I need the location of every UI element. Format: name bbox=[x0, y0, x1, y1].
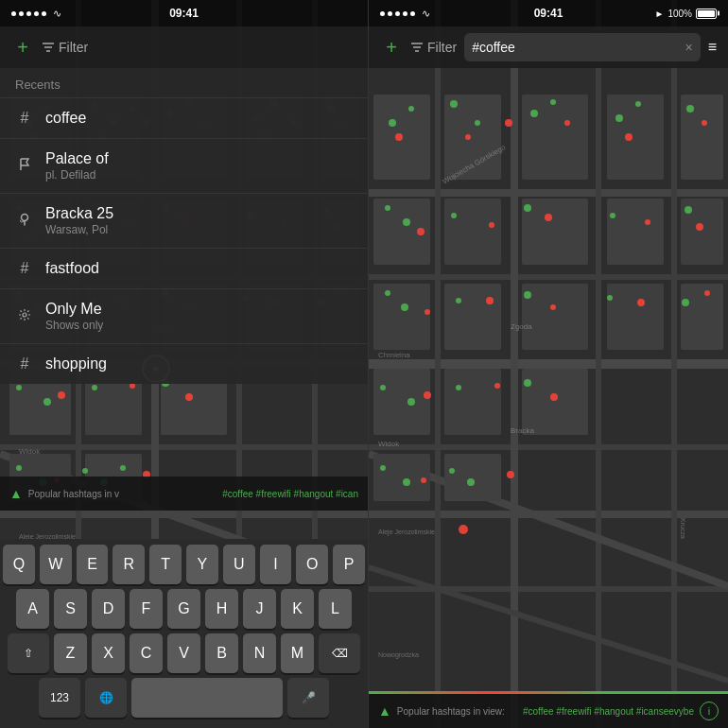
svg-rect-124 bbox=[373, 454, 430, 501]
key-F[interactable]: F bbox=[130, 589, 163, 629]
key-X[interactable]: X bbox=[92, 633, 125, 673]
hashtag-tags-right[interactable]: #coffee #freewifi #hangout #icanseevybe bbox=[523, 706, 694, 717]
wifi-icon-right: ∿ bbox=[422, 8, 430, 20]
recents-title: Recents bbox=[0, 68, 368, 97]
info-button-right[interactable]: i bbox=[700, 702, 719, 720]
key-C[interactable]: C bbox=[130, 633, 163, 673]
battery-percentage: 100% bbox=[667, 9, 692, 19]
svg-point-66 bbox=[16, 465, 22, 471]
key-Y[interactable]: Y bbox=[186, 545, 218, 584]
key-G[interactable]: G bbox=[167, 589, 200, 629]
hashtag-text-left: Popular hashtags in v bbox=[28, 489, 217, 499]
key-H[interactable]: H bbox=[205, 589, 238, 629]
key-M[interactable]: M bbox=[281, 633, 314, 673]
key-globe[interactable]: 🌐 bbox=[85, 678, 127, 718]
svg-rect-116 bbox=[444, 199, 501, 265]
svg-point-157 bbox=[456, 298, 461, 303]
dropdown-item-fastfood[interactable]: # fastfood bbox=[0, 248, 368, 288]
key-E[interactable]: E bbox=[77, 545, 109, 584]
signal-dot-1 bbox=[11, 11, 16, 16]
key-R[interactable]: R bbox=[113, 545, 145, 584]
nav-arrow-right[interactable]: ▲ bbox=[378, 703, 391, 719]
item-subtitle-onlyme: Shows only bbox=[45, 319, 353, 332]
key-K[interactable]: K bbox=[281, 589, 314, 629]
key-space[interactable] bbox=[131, 678, 283, 718]
search-text-right: #coffee bbox=[472, 40, 515, 55]
svg-text:Widok: Widok bbox=[19, 447, 41, 456]
svg-point-62 bbox=[16, 385, 22, 390]
hashtag-bar-left: ▲ Popular hashtags in v #coffee #freewif… bbox=[0, 477, 368, 511]
key-T[interactable]: T bbox=[149, 545, 182, 584]
add-button-left[interactable]: + bbox=[11, 37, 34, 59]
key-V[interactable]: V bbox=[167, 633, 200, 673]
key-shift[interactable]: ⇧ bbox=[8, 633, 49, 673]
svg-point-144 bbox=[530, 110, 538, 117]
key-I[interactable]: I bbox=[260, 545, 292, 584]
key-123[interactable]: 123 bbox=[39, 678, 80, 718]
hashtag-prefix-right: Popular hashtags in view: bbox=[397, 706, 517, 717]
svg-rect-107 bbox=[511, 0, 518, 728]
add-button-right[interactable]: + bbox=[380, 37, 403, 59]
svg-rect-130 bbox=[607, 284, 664, 350]
svg-point-189 bbox=[507, 471, 514, 478]
hashtag-tags-left[interactable]: #coffee #freewifi #hangout #ican bbox=[222, 489, 358, 499]
search-clear-right[interactable]: × bbox=[685, 40, 692, 55]
hashtag-bar-right: ▲ Popular hashtags in view: #coffee #fre… bbox=[369, 694, 728, 728]
key-N[interactable]: N bbox=[243, 633, 276, 673]
svg-point-175 bbox=[417, 228, 425, 235]
svg-rect-108 bbox=[596, 0, 601, 728]
svg-point-143 bbox=[475, 120, 480, 126]
svg-rect-123 bbox=[522, 369, 588, 435]
item-content-bracka: Bracka 25 Warsaw, Pol bbox=[45, 205, 353, 236]
pin-icon-bracka bbox=[15, 213, 34, 229]
filter-button-right[interactable]: Filter bbox=[410, 40, 457, 55]
dropdown-item-shopping[interactable]: # shopping bbox=[0, 343, 368, 384]
key-Q[interactable]: Q bbox=[3, 545, 35, 584]
svg-point-160 bbox=[682, 299, 689, 306]
dropdown-item-bracka[interactable]: Bracka 25 Warsaw, Pol bbox=[0, 193, 368, 248]
item-content-shopping: shopping bbox=[45, 355, 353, 373]
key-U[interactable]: U bbox=[223, 545, 255, 584]
svg-point-152 bbox=[524, 204, 531, 212]
signal-area-left: ∿ bbox=[11, 8, 61, 20]
svg-text:Nowogrodzka: Nowogrodzka bbox=[378, 651, 419, 659]
svg-point-154 bbox=[685, 206, 692, 214]
key-W[interactable]: W bbox=[40, 545, 72, 584]
svg-point-179 bbox=[696, 223, 703, 231]
item-title-coffee: coffee bbox=[45, 110, 353, 127]
key-J[interactable]: J bbox=[243, 589, 276, 629]
svg-point-169 bbox=[395, 133, 403, 141]
key-P[interactable]: P bbox=[333, 545, 365, 584]
hash-icon-fastfood: # bbox=[15, 260, 34, 277]
svg-point-176 bbox=[489, 222, 494, 228]
svg-point-150 bbox=[403, 218, 410, 226]
svg-point-183 bbox=[637, 299, 645, 306]
filter-button-left[interactable]: Filter bbox=[42, 40, 88, 55]
nav-arrow-left[interactable]: ▲ bbox=[9, 486, 23, 501]
svg-rect-131 bbox=[681, 284, 723, 350]
signal-dot-r3 bbox=[395, 11, 400, 16]
key-A[interactable]: A bbox=[16, 589, 49, 629]
top-bar-left: + Filter bbox=[0, 26, 368, 68]
dropdown-item-coffee[interactable]: # coffee bbox=[0, 97, 368, 138]
key-L[interactable]: L bbox=[319, 589, 352, 629]
menu-button-right[interactable]: ≡ bbox=[708, 39, 717, 56]
svg-point-170 bbox=[465, 134, 471, 140]
search-bar-right[interactable]: #coffee × bbox=[464, 33, 701, 61]
key-D[interactable]: D bbox=[92, 589, 125, 629]
dropdown-item-onlyme[interactable]: Only Me Shows only bbox=[0, 288, 368, 343]
svg-point-142 bbox=[450, 100, 458, 108]
svg-rect-118 bbox=[373, 284, 430, 350]
key-backspace[interactable]: ⌫ bbox=[319, 633, 360, 673]
key-B[interactable]: B bbox=[205, 633, 238, 673]
key-Z[interactable]: Z bbox=[54, 633, 87, 673]
svg-point-161 bbox=[380, 385, 386, 390]
dropdown-item-palace[interactable]: Palace of pl. Defilad bbox=[0, 138, 368, 193]
svg-text:Krucza: Krucza bbox=[680, 518, 686, 539]
svg-text:Widok: Widok bbox=[378, 440, 400, 448]
svg-point-164 bbox=[524, 379, 531, 387]
key-mic[interactable]: 🎤 bbox=[287, 678, 329, 718]
key-S[interactable]: S bbox=[54, 589, 87, 629]
svg-point-158 bbox=[524, 291, 531, 299]
key-O[interactable]: O bbox=[296, 545, 328, 584]
